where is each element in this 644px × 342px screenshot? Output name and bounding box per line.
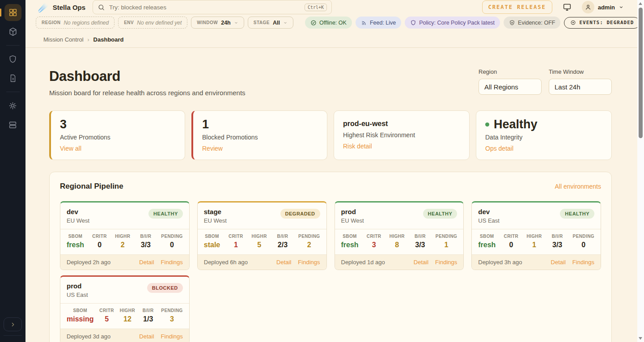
app-name: Stella Ops [53, 4, 85, 11]
feed-status-pill[interactable]: Feed: Live [356, 17, 401, 29]
events-status-pill[interactable]: EVENTS: DEGRADED [564, 17, 640, 29]
review-link[interactable]: Review [202, 145, 223, 152]
stat-header-highr: HIGHR [390, 234, 405, 239]
ops-detail-link[interactable]: Ops detail [485, 145, 513, 152]
blocked-promotions-card: 1 Blocked Promotions Review [191, 110, 327, 160]
region-filter-select[interactable]: All Regions [479, 79, 542, 95]
region-context-pill[interactable]: REGION No regions defined [36, 17, 114, 29]
findings-link[interactable]: Findings [161, 259, 183, 266]
page-subtitle: Mission board for release health across … [49, 89, 246, 97]
env-stats: SBOMmissing CRITR5 HIGHR12 B/I/R1/3 PEND… [60, 303, 189, 329]
sidebar-item-settings[interactable] [4, 97, 21, 114]
stat-value-sbom: fresh [341, 241, 359, 249]
sidebar-item-documents[interactable] [4, 70, 21, 87]
env-card-dev-eu-west[interactable]: dev EU West HEALTHY SBOMfresh CRITR0 HIG… [60, 201, 190, 270]
stat-header-critr: CRITR [99, 308, 114, 313]
scroll-up-arrow[interactable] [639, 2, 642, 5]
env-region: EU West [67, 217, 89, 224]
page-content: Dashboard Mission board for release heal… [25, 48, 612, 342]
shield-icon [8, 55, 17, 64]
view-all-link[interactable]: View all [60, 145, 81, 152]
detail-link[interactable]: Detail [139, 259, 154, 266]
sidebar-item-releases[interactable] [4, 23, 21, 40]
env-name: dev [67, 208, 89, 215]
status-badge: HEALTHY [560, 209, 594, 219]
detail-link[interactable]: Detail [139, 333, 154, 340]
window-context-dropdown[interactable]: WINDOW 24h [191, 17, 244, 29]
vertical-scrollbar[interactable] [637, 0, 644, 342]
env-card-footer: Deployed 3h ago DetailFindings [472, 254, 601, 270]
env-card-header: prod EU West HEALTHY [335, 203, 464, 229]
stage-context-label: STAGE [254, 20, 270, 25]
sidebar-item-dashboard[interactable] [4, 4, 21, 21]
stat-value-highr: 12 [120, 315, 135, 323]
global-search[interactable]: Ctrl+K [93, 0, 332, 14]
breadcrumb-current: Dashboard [93, 36, 124, 43]
env-card-footer: Deployed 6h ago DetailFindings [198, 254, 326, 270]
policy-status-pill[interactable]: Policy: Core Policy Pack latest [405, 17, 500, 29]
all-environments-link[interactable]: All environments [555, 183, 602, 190]
stat-header-pending: PENDING [573, 234, 594, 239]
env-card-prod-us-east[interactable]: prod US East BLOCKED SBOMmissing CRITR5 … [60, 275, 190, 342]
time-window-filter-label: Time Window [549, 68, 612, 75]
shield-x-icon [509, 20, 515, 26]
deployed-text: Deployed 3d ago [67, 333, 110, 340]
shield-icon [410, 20, 416, 26]
stat-value-pending: 3 [161, 315, 182, 323]
stat-value-sbom: fresh [478, 241, 496, 249]
time-window-filter-select[interactable]: Last 24h [549, 79, 612, 95]
gear-icon [8, 101, 17, 110]
stat-value-critr: 3 [366, 241, 381, 249]
check-circle-icon [310, 20, 317, 26]
package-icon [8, 27, 18, 37]
sidebar-collapse-button[interactable] [4, 317, 22, 331]
breadcrumb-parent[interactable]: Mission Control [43, 36, 84, 43]
findings-link[interactable]: Findings [435, 259, 457, 266]
scroll-down-arrow[interactable] [639, 337, 642, 340]
user-menu[interactable]: admin [582, 1, 624, 13]
region-filter-label: Region [479, 68, 542, 75]
stat-header-pending: PENDING [436, 234, 457, 239]
display-monitor-icon[interactable] [562, 2, 572, 12]
stage-context-dropdown[interactable]: STAGE All [248, 17, 293, 29]
risk-detail-link[interactable]: Risk detail [343, 143, 372, 150]
create-release-button[interactable]: CREATE RELEASE [482, 0, 552, 14]
detail-link[interactable]: Detail [414, 259, 428, 266]
evidence-status-pill[interactable]: Evidence: OFF [504, 17, 560, 29]
status-badge: HEALTHY [423, 209, 458, 219]
detail-link[interactable]: Detail [276, 259, 291, 266]
brand[interactable]: ☄️ Stella Ops [38, 3, 85, 12]
env-card-dev-us-east[interactable]: dev US East HEALTHY SBOMfresh CRITR0 HIG… [471, 201, 601, 270]
sidebar-item-infrastructure[interactable] [4, 116, 21, 133]
findings-link[interactable]: Findings [161, 333, 183, 340]
scrollbar-thumb[interactable] [639, 8, 643, 138]
stat-header-sbom: SBOM [67, 234, 84, 239]
env-card-stage-eu-west[interactable]: stage EU West DEGRADED SBOMstale CRITR1 … [197, 201, 327, 270]
env-card-prod-eu-west[interactable]: prod EU West HEALTHY SBOMfresh CRITR3 HI… [335, 201, 464, 270]
stat-header-pending: PENDING [298, 234, 320, 239]
offline-status-pill[interactable]: Offline: OK [305, 17, 352, 29]
data-integrity-value: Healthy [494, 118, 538, 131]
findings-link[interactable]: Findings [572, 259, 594, 266]
region-filter: Region All Regions [479, 68, 542, 95]
search-icon [97, 4, 105, 11]
data-integrity-card: Healthy Data Integrity Ops detail [476, 110, 612, 160]
env-name: stage [204, 208, 227, 215]
highest-risk-value: prod-eu-west [343, 118, 460, 129]
stat-value-pending: 0 [161, 241, 182, 249]
sidebar-item-security[interactable] [4, 51, 21, 68]
stat-header-sbom: SBOM [67, 308, 93, 313]
findings-link[interactable]: Findings [298, 259, 320, 266]
highest-risk-label: Highest Risk Environment [343, 131, 460, 139]
blocked-promotions-label: Blocked Promotions [202, 134, 318, 141]
env-context-pill[interactable]: ENV No env defined yet [118, 17, 187, 29]
stat-header-bir: B/I/R [412, 234, 428, 239]
stat-header-bir: B/I/R [550, 234, 565, 239]
search-input[interactable] [109, 4, 301, 11]
offline-status-text: Offline: OK [319, 20, 347, 26]
env-region: EU West [204, 217, 227, 224]
servers-icon [8, 120, 17, 130]
detail-link[interactable]: Detail [551, 259, 566, 266]
deployed-text: Deployed 6h ago [204, 259, 248, 266]
stage-context-value: All [273, 20, 280, 26]
